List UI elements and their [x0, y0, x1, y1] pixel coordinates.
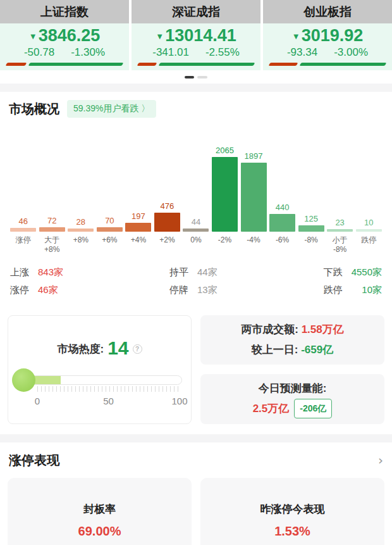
- bar: [241, 163, 267, 232]
- bar-column: 197: [124, 211, 153, 232]
- bar-value-label: 476: [161, 201, 175, 211]
- heat-slider-track: [22, 375, 182, 385]
- bar: [212, 157, 238, 232]
- bar-category-label: -6%: [268, 235, 297, 258]
- summary-value: 13家: [197, 281, 217, 299]
- heat-slider-knob[interactable]: [12, 368, 35, 392]
- bar: [356, 229, 382, 232]
- heat-slider-scale: 0 50 100: [37, 396, 180, 407]
- summary-label: 下跌: [324, 263, 343, 281]
- heat-turnover-row: 市场热度:14? 0 50 100 两市成交额: 1.58万亿 较上一日: -6…: [0, 315, 392, 424]
- summary-column: 下跌4550家跌停10家: [324, 263, 382, 299]
- bar: [154, 213, 180, 232]
- carousel-pager: [0, 70, 392, 84]
- limit-up-title: 涨停表现: [9, 452, 59, 469]
- limit-up-cards-row: 封板率 69.00% 封板38触及17 昨涨停今表现 1.53% 高开率27%获…: [0, 478, 392, 545]
- summary-column: 持平44家停牌13家: [169, 263, 217, 299]
- forecast-value: 2.5万亿: [253, 403, 290, 415]
- bar-value-label: 197: [132, 211, 145, 221]
- turnover-label: 两市成交额:: [241, 323, 298, 335]
- down-triangle-icon: ▼: [29, 32, 37, 41]
- market-heat-card: 市场热度:14? 0 50 100: [8, 315, 192, 424]
- bar-column: 2065: [211, 146, 240, 232]
- bar: [68, 229, 94, 232]
- bar: [10, 228, 36, 232]
- index-change-percent: -1.30%: [71, 46, 105, 59]
- forecast-card: 今日预测量能: 2.5万亿-206亿: [200, 374, 384, 424]
- index-change-row: -341.01-2.55%: [138, 46, 254, 59]
- bar-column: 44: [181, 217, 211, 232]
- bar-category-label: 跌停: [354, 235, 383, 258]
- limit-up-card[interactable]: 昨涨停今表现 1.53% 高开率27%获利率57%: [200, 478, 384, 545]
- summary-label: 停牌: [169, 281, 188, 299]
- bar-category-label: 大于 +8%: [38, 235, 67, 258]
- bar-value-label: 28: [77, 217, 85, 227]
- bar-value-label: 72: [47, 216, 56, 225]
- bar: [97, 227, 123, 232]
- bar-value-label: 46: [19, 216, 28, 226]
- summary-value: 46家: [38, 281, 63, 299]
- bar: [298, 225, 324, 232]
- bar-value-label: 1897: [245, 151, 263, 161]
- index-card[interactable]: 创业板指 ▼3019.92 -93.34-3.00%: [263, 0, 392, 70]
- help-icon[interactable]: ?: [133, 344, 142, 354]
- advance-decline-bar: [269, 63, 386, 66]
- bar-value-label: 125: [304, 214, 318, 223]
- bar-column: 10: [354, 218, 383, 232]
- forecast-label: 今日预测量能:: [259, 379, 327, 399]
- summary-label: 上涨: [10, 263, 29, 281]
- bar-value-label: 44: [192, 217, 200, 227]
- bar: [183, 229, 209, 232]
- summary-label: 持平: [169, 263, 188, 281]
- bar: [269, 214, 295, 232]
- turnover-card: 两市成交额: 1.58万亿 较上一日: -659亿: [200, 315, 384, 365]
- index-card[interactable]: 上证指数 ▼3846.25 -50.78-1.30%: [0, 0, 129, 70]
- index-change: -50.78: [24, 46, 54, 59]
- bar-category-label: 涨停: [9, 235, 38, 258]
- scale-mid: 50: [103, 396, 114, 406]
- bar-column: 1897: [239, 151, 268, 232]
- summary-value: 843家: [38, 263, 63, 281]
- index-name: 深证成指: [132, 0, 260, 23]
- index-change-percent: -3.00%: [334, 46, 368, 59]
- heat-slider-ruler: [37, 386, 180, 392]
- summary-value: 44家: [197, 263, 217, 281]
- summary-label: 跌停: [324, 281, 343, 299]
- scale-max: 100: [171, 396, 187, 406]
- index-change-percent: -2.55%: [205, 46, 240, 59]
- index-cards-row: 上证指数 ▼3846.25 -50.78-1.30% 深证成指 ▼13014.4…: [0, 0, 392, 70]
- limit-up-header: 涨停表现 ›: [0, 442, 392, 475]
- bar-category-label: +2%: [153, 235, 182, 258]
- sentiment-pill[interactable]: 59.39%用户看跌 〉: [67, 100, 156, 118]
- bar-value-label: 440: [276, 203, 290, 212]
- bar-value-label: 70: [105, 216, 114, 225]
- bar-value-label: 10: [364, 218, 373, 227]
- bar-category-label: -8%: [297, 235, 326, 258]
- summary-column: 上涨843家涨停46家: [10, 263, 63, 299]
- limit-up-card-title: 封板率: [8, 502, 192, 517]
- advance-decline-bar: [138, 63, 254, 66]
- limit-up-card[interactable]: 封板率 69.00% 封板38触及17: [8, 478, 192, 545]
- bar-column: 23: [326, 218, 355, 232]
- bar-column: 46: [9, 216, 38, 232]
- turnover-line2: 较上一日: -659亿: [252, 340, 333, 360]
- pager-dot-inactive[interactable]: [197, 76, 207, 78]
- distribution-bar-chart: 4672287019747644206518974401252310: [9, 125, 383, 232]
- distribution-categories: 涨停大于 +8%+8%+6%+4%+2%0%-2%-4%-6%-8%小于 -8%…: [9, 235, 383, 258]
- index-name: 创业板指: [263, 0, 392, 23]
- index-change: -93.34: [287, 46, 317, 59]
- bar-column: 476: [153, 201, 182, 232]
- market-overview-title: 市场概况: [9, 101, 59, 118]
- limit-up-card-title: 昨涨停今表现: [200, 502, 384, 517]
- summary-value: 10家: [352, 281, 382, 299]
- pager-dot-active[interactable]: [185, 76, 194, 78]
- scale-min: 0: [35, 396, 40, 406]
- index-card[interactable]: 深证成指 ▼13014.41 -341.01-2.55%: [132, 0, 260, 70]
- bar-column: 70: [95, 216, 125, 232]
- index-change-row: -93.34-3.00%: [269, 46, 386, 59]
- chevron-right-icon[interactable]: ›: [378, 453, 383, 468]
- summary-label: 涨停: [10, 281, 29, 299]
- index-change: -341.01: [152, 46, 189, 59]
- bar-column: 125: [297, 214, 326, 232]
- section-divider: [0, 434, 392, 442]
